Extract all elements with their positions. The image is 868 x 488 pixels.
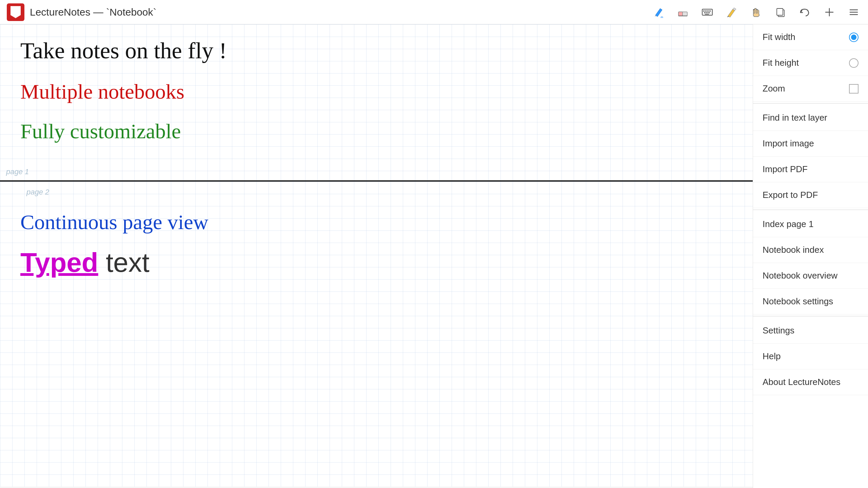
svg-rect-11 xyxy=(708,12,710,13)
pen-icon[interactable] xyxy=(651,5,666,20)
menu-divider-3 xyxy=(753,316,868,317)
import-image-label: Import image xyxy=(763,138,814,149)
menu-item-notebook-overview[interactable]: Notebook overview xyxy=(753,263,868,289)
menu-item-import-pdf[interactable]: Import PDF xyxy=(753,157,868,182)
menu-item-find-text[interactable]: Find in text layer xyxy=(753,105,868,131)
menu-divider-2 xyxy=(753,209,868,210)
hand-icon[interactable] xyxy=(749,5,764,20)
zoom-checkbox[interactable] xyxy=(849,84,859,94)
menu-item-zoom[interactable]: Zoom xyxy=(753,76,868,102)
help-label: Help xyxy=(763,351,781,362)
copy-icon[interactable] xyxy=(773,5,788,20)
index-page-label: Index page 1 xyxy=(763,219,813,229)
typed-text-highlighted: Typed xyxy=(20,247,98,278)
app-logo xyxy=(7,3,24,21)
menu-item-help[interactable]: Help xyxy=(753,344,868,369)
svg-rect-6 xyxy=(705,11,707,12)
right-panel: Fit width Fit height Zoom Find in text l… xyxy=(753,24,868,488)
handwriting-line-4: Continuous page view xyxy=(20,207,732,237)
menu-item-import-image[interactable]: Import image xyxy=(753,131,868,157)
toolbar: LectureNotes — `Notebook` xyxy=(0,0,868,24)
handwriting-line-1: Take notes on the fly ! xyxy=(20,35,732,67)
eraser-icon[interactable] xyxy=(675,5,690,20)
page-1-content: Take notes on the fly ! Multiple noteboo… xyxy=(0,24,753,166)
typed-text-line: Typed text xyxy=(20,247,732,278)
page-1-label: page 1 xyxy=(6,167,29,176)
handwriting-line-3: Fully customizable xyxy=(20,117,732,146)
app-title: LectureNotes — `Notebook` xyxy=(30,6,646,18)
menu-item-notebook-index[interactable]: Notebook index xyxy=(753,237,868,263)
menu-item-settings[interactable]: Settings xyxy=(753,318,868,344)
svg-rect-2 xyxy=(678,12,683,16)
menu-item-export-pdf[interactable]: Export to PDF xyxy=(753,182,868,208)
toolbar-icons xyxy=(651,5,861,20)
svg-rect-5 xyxy=(703,11,705,12)
svg-rect-9 xyxy=(704,12,706,13)
fit-height-radio[interactable] xyxy=(849,58,859,68)
page-2: page 2 Continuous page view Typed text xyxy=(0,182,753,487)
about-label: About LectureNotes xyxy=(763,377,841,387)
page-1: Take notes on the fly ! Multiple noteboo… xyxy=(0,24,753,180)
menu-divider-1 xyxy=(753,103,868,104)
pencil-icon[interactable] xyxy=(724,5,739,20)
menu-item-notebook-settings[interactable]: Notebook settings xyxy=(753,289,868,314)
keyboard-icon[interactable] xyxy=(700,5,715,20)
svg-point-0 xyxy=(660,16,663,18)
page-2-content: page 2 Continuous page view Typed text xyxy=(0,182,753,288)
import-pdf-label: Import PDF xyxy=(763,164,808,175)
svg-rect-8 xyxy=(709,11,711,12)
fit-width-radio[interactable] xyxy=(849,33,859,42)
menu-item-fit-width[interactable]: Fit width xyxy=(753,24,868,50)
typed-text-normal: text xyxy=(98,247,150,278)
settings-label: Settings xyxy=(763,325,794,336)
page-2-label-inline: page 2 xyxy=(26,188,738,197)
find-text-label: Find in text layer xyxy=(763,113,827,123)
canvas-area[interactable]: Take notes on the fly ! Multiple noteboo… xyxy=(0,24,753,488)
export-pdf-label: Export to PDF xyxy=(763,190,818,200)
app-logo-inner xyxy=(11,6,21,18)
undo-icon[interactable] xyxy=(797,5,812,20)
svg-rect-12 xyxy=(705,14,709,15)
menu-item-fit-height[interactable]: Fit height xyxy=(753,50,868,76)
svg-rect-14 xyxy=(777,8,783,15)
notebook-overview-label: Notebook overview xyxy=(763,270,837,281)
svg-rect-7 xyxy=(707,11,709,12)
main-area: Take notes on the fly ! Multiple noteboo… xyxy=(0,24,868,488)
add-icon[interactable] xyxy=(822,5,837,20)
menu-item-about[interactable]: About LectureNotes xyxy=(753,369,868,395)
notebook-index-label: Notebook index xyxy=(763,245,824,255)
svg-rect-10 xyxy=(706,12,708,13)
fit-height-label: Fit height xyxy=(763,58,799,68)
more-icon[interactable] xyxy=(846,5,861,20)
handwriting-line-2: Multiple notebooks xyxy=(20,77,732,106)
menu-item-index-page[interactable]: Index page 1 xyxy=(753,211,868,237)
notebook-settings-label: Notebook settings xyxy=(763,296,833,307)
fit-width-label: Fit width xyxy=(763,32,795,42)
zoom-label: Zoom xyxy=(763,83,785,94)
